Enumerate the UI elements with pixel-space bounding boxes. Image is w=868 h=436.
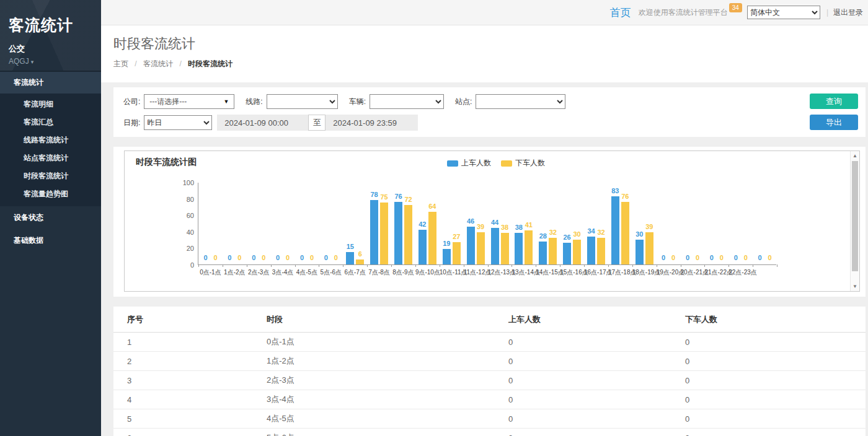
date-to-input[interactable] [326,115,418,131]
x-axis-category-label: 20点-21点 [681,268,705,277]
chart-bar [477,232,485,264]
date-preset-select[interactable]: 昨日 [144,115,212,130]
vehicle-select[interactable] [370,94,444,109]
x-axis-category-label: 1点-2点 [223,268,247,277]
scroll-down-icon[interactable]: ▼ [851,284,859,289]
x-axis-category-label: 8点-9点 [391,268,415,277]
sidebar-item-base-data[interactable]: 基础数据 [0,229,101,252]
legend-item[interactable]: 下车人数 [501,158,545,168]
table-row: 10点-1点00 [113,333,866,352]
welcome-text: 欢迎使用客流统计管理平台 [639,7,728,18]
x-axis-tick [223,264,223,267]
company-select[interactable]: ---请选择--- ▼ [144,94,234,109]
vertical-scrollbar[interactable]: ▲ ▼ [850,151,859,291]
breadcrumb-home[interactable]: 主页 [113,59,128,68]
language-select[interactable]: 简体中文 [747,6,820,19]
chart-bar [418,230,427,264]
table-cell: 3 [113,371,253,390]
date-range-separator: 至 [308,115,326,131]
table-row: 65点-6点00 [113,429,866,436]
bar-value-label: 0 [306,254,318,261]
bar-value-label: 64 [427,203,438,210]
chart-bar [525,230,533,264]
vehicle-label: 车辆: [349,97,366,107]
sidebar-item-flow-detail[interactable]: 客流明细 [0,95,101,113]
sidebar: 客流统计 公交 AQGJ▾ 客流统计 客流明细 客流汇总 线路客流统计 站点客流… [0,0,101,436]
breadcrumb-section[interactable]: 客流统计 [143,59,173,68]
chart-bar [467,227,475,264]
x-axis-tick [681,264,681,267]
table-header-cell: 下车人数 [671,307,866,333]
x-axis-tick [271,264,272,267]
sidebar-item-line-stats[interactable]: 线路客流统计 [0,131,101,149]
sidebar-item-period-stats[interactable]: 时段客流统计 [0,167,101,185]
table-header-cell: 上车人数 [495,307,671,333]
line-select[interactable] [267,94,338,109]
date-from-input[interactable] [217,115,308,131]
legend-swatch [447,160,458,167]
table-row: 21点-2点00 [113,352,866,371]
bar-value-label: 0 [282,254,294,261]
line-label: 线路: [246,97,262,107]
period-stats-table: 序号时段上车人数下车人数 10点-1点0021点-2点0032点-3点0043点… [113,307,866,436]
x-axis-category-label: 4点-5点 [295,268,319,277]
chart-bar [346,252,354,264]
scroll-up-icon[interactable]: ▲ [851,153,859,159]
table-row: 54点-5点00 [113,409,866,429]
company-label: 公司: [123,97,140,107]
chart-bar [443,249,451,264]
bar-value-label: 15 [344,243,356,250]
y-axis-tick-label: 0 [175,261,194,269]
table-cell: 0 [495,333,671,352]
x-axis-category-label: 7点-8点 [367,268,391,277]
x-axis-tick [608,264,609,267]
chart-title: 时段车流统计图 [136,157,197,168]
org-selector[interactable]: AQGJ▾ [9,57,92,66]
caret-down-icon: ▼ [223,98,229,105]
x-axis-tick [343,264,343,267]
x-axis-tick [777,264,777,267]
table-header-cell: 时段 [253,307,495,333]
app-title: 客流统计 [9,15,92,35]
legend-item[interactable]: 上车人数 [447,158,491,168]
sidebar-item-flow-summary[interactable]: 客流汇总 [0,113,101,131]
table-cell: 0 [671,390,866,409]
table-cell: 4点-5点 [253,409,495,429]
station-select[interactable] [476,94,565,109]
chart-bar [539,242,547,264]
filter-actions: 查询 导出 [810,94,858,130]
sidebar-item-trend-chart[interactable]: 客流量趋势图 [0,185,101,203]
chart-bar [611,196,619,264]
chart-bar [428,212,436,264]
chart-bar [549,238,557,264]
x-axis-tick [488,264,489,267]
x-axis-category-label: 17点-18点 [608,268,632,277]
scrollbar-thumb[interactable] [852,161,858,271]
logout-link[interactable]: 退出登录 [833,7,863,18]
table-cell: 4 [113,390,253,409]
legend-label: 上车人数 [461,158,491,168]
legend-swatch [501,160,512,167]
bar-value-label: 0 [740,254,751,261]
x-axis-category-label: 0点-1点 [198,268,223,277]
x-axis-category-label: 13点-14点 [512,268,536,277]
sidebar-item-station-stats[interactable]: 站点客流统计 [0,149,101,167]
bar-value-label: 41 [523,221,534,229]
chart-bar [563,243,571,264]
query-button[interactable]: 查询 [810,94,858,109]
home-link[interactable]: 首页 [610,6,631,20]
chart-bar [394,202,402,264]
chart-bar [380,203,388,264]
x-axis-tick [512,264,512,267]
bar-value-label: 0 [234,254,246,261]
x-axis-tick [367,264,368,267]
sidebar-item-passenger-stats[interactable]: 客流统计 [0,71,101,94]
table-cell: 6 [113,429,253,436]
sidebar-item-device-status[interactable]: 设备状态 [0,206,101,229]
chart-panel: 时段车流统计图 上车人数下车人数 020406080100000点-1点001点… [113,147,866,297]
main-area: 首页 欢迎使用客流统计管理平台 34 简体中文 | 退出登录 时段客流统计 主页… [101,0,868,436]
table-cell: 0 [495,429,671,436]
table-cell: 1点-2点 [253,352,495,371]
x-axis-tick [198,264,199,267]
export-button[interactable]: 导出 [810,115,858,130]
